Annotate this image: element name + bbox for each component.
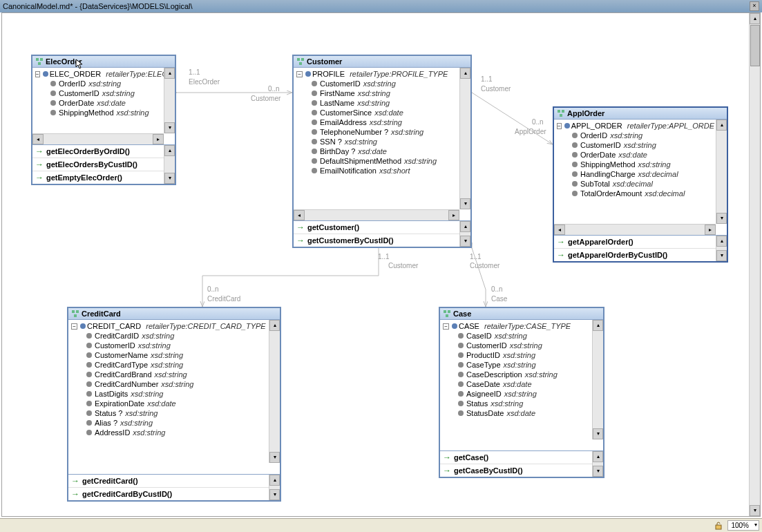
entity-customer[interactable]: Customer − PROFILE retailerType:PROFILE_…	[292, 55, 472, 248]
attribute-row[interactable]: ShippingMethod xsd:string	[554, 160, 716, 169]
entity-case[interactable]: Case − CASE retailerType:CASE_TYPE CaseI…	[439, 307, 604, 478]
scrollbar-vertical[interactable]: ▴▾	[164, 68, 175, 133]
operation-row[interactable]: →getElecOrdersByCustID()	[32, 158, 164, 171]
scroll-up-icon[interactable]: ▴	[593, 320, 603, 331]
scroll-down-icon[interactable]: ▾	[164, 122, 175, 133]
diagram-canvas[interactable]: 1..1 ElecOrder 0..n Customer 1..1 Custom…	[1, 12, 761, 517]
collapse-toggle-icon[interactable]: −	[443, 323, 449, 330]
attribute-row[interactable]: CreditCardType xsd:string	[68, 360, 269, 370]
scroll-down-icon[interactable]: ▾	[460, 198, 470, 209]
attribute-row[interactable]: ShippingMethod xsd:string	[32, 108, 164, 117]
zoom-select[interactable]: 100%	[727, 520, 759, 531]
attribute-row[interactable]: SubTotal xsd:decimal	[554, 179, 716, 189]
scrollbar-vertical[interactable]: ▴▾	[269, 320, 280, 463]
attribute-row[interactable]: ProductID xsd:string	[440, 350, 592, 360]
tree-root[interactable]: − APPL_ORDER retailerType:APPL_ORDE	[554, 121, 716, 131]
attribute-row[interactable]: HandlingCharge xsd:decimal	[554, 169, 716, 179]
scroll-down-icon[interactable]: ▾	[460, 236, 470, 247]
collapse-toggle-icon[interactable]: −	[296, 71, 303, 77]
scroll-thumb[interactable]	[750, 25, 760, 66]
attribute-row[interactable]: CaseDate xsd:date	[440, 379, 592, 389]
canvas-scrollbar-vertical[interactable]: ▴ ▾	[749, 13, 760, 516]
scroll-left-icon[interactable]: ◂	[294, 210, 305, 220]
attribute-row[interactable]: CaseType xsd:string	[440, 360, 592, 370]
tree-root[interactable]: − CASE retailerType:CASE_TYPE	[440, 321, 592, 331]
entity-title[interactable]: ApplOrder	[554, 108, 727, 120]
close-button[interactable]: ×	[750, 1, 759, 11]
operation-row[interactable]: →getApparelOrderByCustID()	[554, 248, 716, 261]
attribute-row[interactable]: CustomerSince xsd:date	[294, 108, 459, 117]
scroll-down-icon[interactable]: ▾	[716, 250, 727, 261]
attribute-row[interactable]: Status ? xsd:string	[68, 408, 269, 418]
scroll-left-icon[interactable]: ◂	[554, 225, 565, 235]
attribute-row[interactable]: StatusDate xsd:date	[440, 408, 592, 418]
scrollbar-vertical[interactable]: ▴▾	[716, 236, 727, 261]
attribute-row[interactable]: Status xsd:string	[440, 399, 592, 408]
attribute-row[interactable]: CustomerID xsd:string	[32, 88, 164, 98]
operation-row[interactable]: →getCreditCardByCustID()	[68, 487, 269, 500]
attribute-row[interactable]: CaseDescription xsd:string	[440, 370, 592, 379]
attribute-row[interactable]: OrderDate xsd:date	[554, 150, 716, 160]
attribute-row[interactable]: LastName xsd:string	[294, 98, 459, 108]
attribute-row[interactable]: CustomerID xsd:string	[68, 341, 269, 350]
scroll-up-icon[interactable]: ▴	[460, 68, 470, 79]
attribute-row[interactable]: AsigneeID xsd:string	[440, 389, 592, 399]
attribute-row[interactable]: TelephoneNumber ? xsd:string	[294, 127, 459, 137]
scroll-down-icon[interactable]: ▾	[716, 213, 727, 224]
scroll-right-icon[interactable]: ▸	[153, 134, 164, 144]
collapse-toggle-icon[interactable]: −	[557, 123, 562, 129]
attribute-row[interactable]: BirthDay ? xsd:date	[294, 146, 459, 156]
scroll-up-icon[interactable]: ▴	[269, 475, 280, 486]
scrollbar-vertical[interactable]: ▴▾	[459, 68, 470, 209]
operation-row[interactable]: →getCustomerByCustID()	[294, 234, 459, 247]
scroll-right-icon[interactable]: ▸	[448, 210, 459, 220]
attribute-row[interactable]: CustomerID xsd:string	[294, 79, 459, 88]
entity-elecorder[interactable]: ElecOrder − ELEC_ORDER retailerType:ELEC…	[31, 55, 176, 185]
attribute-row[interactable]: OrderID xsd:string	[32, 79, 164, 88]
tree-root[interactable]: − ELEC_ORDER retailerType:ELEC_	[32, 69, 164, 79]
scrollbar-horizontal[interactable]: ◂▸	[294, 209, 459, 220]
operation-row[interactable]: →getApparelOrder()	[554, 236, 716, 248]
attribute-row[interactable]: SSN ? xsd:string	[294, 137, 459, 146]
entity-title[interactable]: CreditCard	[68, 308, 280, 320]
attribute-row[interactable]: ExpirationDate xsd:date	[68, 399, 269, 408]
scroll-up-icon[interactable]: ▴	[750, 13, 760, 24]
entity-title[interactable]: Case	[440, 308, 603, 320]
scroll-down-icon[interactable]: ▾	[164, 173, 175, 184]
operation-row[interactable]: →getElecOrderByOrdID()	[32, 145, 164, 158]
scrollbar-vertical[interactable]: ▴▾	[592, 451, 603, 477]
attribute-row[interactable]: DefaultShipmentMethod xsd:string	[294, 156, 459, 166]
scrollbar-vertical[interactable]: ▴▾	[716, 120, 727, 224]
attribute-row[interactable]: CreditCardBrand xsd:string	[68, 370, 269, 379]
scroll-up-icon[interactable]: ▴	[593, 451, 603, 462]
collapse-toggle-icon[interactable]: −	[71, 323, 77, 330]
scroll-down-icon[interactable]: ▾	[593, 466, 603, 477]
scroll-down-icon[interactable]: ▾	[750, 505, 760, 516]
attribute-row[interactable]: EmailAddress xsd:string	[294, 117, 459, 127]
scroll-up-icon[interactable]: ▴	[164, 145, 175, 156]
entity-title[interactable]: ElecOrder	[32, 56, 175, 68]
attribute-row[interactable]: CaseID xsd:string	[440, 331, 592, 341]
attribute-row[interactable]: AddressID xsd:string	[68, 428, 269, 437]
scroll-down-icon[interactable]: ▾	[269, 452, 280, 463]
scrollbar-vertical[interactable]: ▴▾	[592, 320, 603, 439]
scroll-up-icon[interactable]: ▴	[269, 320, 280, 331]
operation-row[interactable]: →getCustomer()	[294, 221, 459, 234]
attribute-row[interactable]: Alias ? xsd:string	[68, 418, 269, 428]
unlock-icon[interactable]	[714, 521, 723, 531]
scroll-up-icon[interactable]: ▴	[460, 221, 470, 232]
scrollbar-vertical[interactable]: ▴▾	[459, 221, 470, 247]
scrollbar-horizontal[interactable]: ◂▸	[32, 133, 164, 144]
attribute-row[interactable]: CustomerID xsd:string	[440, 341, 592, 350]
attribute-row[interactable]: OrderDate xsd:date	[32, 98, 164, 108]
entity-title[interactable]: Customer	[294, 56, 470, 68]
attribute-row[interactable]: FirstName xsd:string	[294, 88, 459, 98]
entity-applorder[interactable]: ApplOrder − APPL_ORDER retailerType:APPL…	[553, 106, 728, 263]
scrollbar-vertical[interactable]: ▴▾	[164, 145, 175, 184]
collapse-toggle-icon[interactable]: −	[35, 71, 40, 77]
scroll-down-icon[interactable]: ▾	[269, 489, 280, 500]
operation-row[interactable]: →getCase()	[440, 451, 592, 464]
attribute-row[interactable]: LastDigits xsd:string	[68, 389, 269, 399]
scroll-up-icon[interactable]: ▴	[716, 236, 727, 247]
attribute-row[interactable]: OrderID xsd:string	[554, 131, 716, 140]
